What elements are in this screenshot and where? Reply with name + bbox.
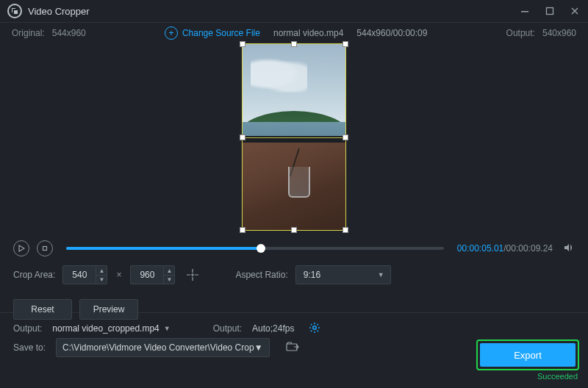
volume-button[interactable] xyxy=(563,242,575,256)
original-label: Original: xyxy=(12,28,45,38)
crop-controls: Crop Area: ▲▼ × ▲▼ Aspect Ratio: 9:16 ▼ … xyxy=(0,261,588,311)
play-button[interactable] xyxy=(13,240,29,256)
time-current: 00:00:05.01 xyxy=(457,243,503,254)
original-size: Original: 544x960 xyxy=(12,28,86,38)
center-crop-button[interactable] xyxy=(182,266,203,284)
crop-handle-tl[interactable] xyxy=(240,41,245,47)
info-bar: Original: 544x960 + Change Source File n… xyxy=(0,23,588,43)
output-settings-button[interactable] xyxy=(309,322,320,336)
maximize-button[interactable] xyxy=(544,5,556,17)
window-controls xyxy=(519,5,581,17)
crop-handle-tm[interactable] xyxy=(291,41,297,47)
crop-width-field[interactable] xyxy=(63,269,96,281)
spin-down-icon[interactable]: ▼ xyxy=(164,276,174,284)
minimize-button[interactable] xyxy=(519,5,531,17)
app-logo-icon xyxy=(7,4,22,18)
crop-handle-tr[interactable] xyxy=(343,41,348,47)
caret-down-icon: ▼ xyxy=(378,271,384,279)
svg-rect-0 xyxy=(521,11,528,12)
close-button[interactable] xyxy=(569,5,581,17)
crop-handle-bl[interactable] xyxy=(240,227,245,233)
output-file-value: normal video_cropped.mp4 xyxy=(52,323,159,334)
crop-height-spinner[interactable]: ▲▼ xyxy=(163,267,174,284)
original-dims: 544x960 xyxy=(52,28,86,38)
crop-width-spinner[interactable]: ▲▼ xyxy=(96,267,107,284)
save-to-label: Save to: xyxy=(13,342,46,353)
source-stat: 544x960/00:00:09 xyxy=(356,28,427,38)
titlebar: Video Cropper xyxy=(0,0,588,23)
aspect-ratio-label: Aspect Ratio: xyxy=(235,270,287,280)
aspect-ratio-select[interactable]: 9:16 ▼ xyxy=(295,265,391,284)
save-to-select[interactable]: C:\Vidmore\Vidmore Video Converter\Video… xyxy=(56,338,269,357)
stop-button[interactable] xyxy=(37,240,53,256)
spin-down-icon[interactable]: ▼ xyxy=(96,276,107,284)
crop-guide-line xyxy=(243,137,345,138)
crop-height-field[interactable] xyxy=(131,269,163,281)
plus-circle-icon: + xyxy=(165,26,178,40)
output-size: Output: 540x960 xyxy=(506,28,576,38)
aspect-ratio-value: 9:16 xyxy=(304,270,320,280)
output-format-value: Auto;24fps xyxy=(252,323,294,334)
spin-up-icon[interactable]: ▲ xyxy=(96,267,107,276)
crop-area-label: Crop Area: xyxy=(13,270,55,280)
crop-handle-bm[interactable] xyxy=(291,227,297,233)
time-display: 00:00:05.01/00:00:09.24 xyxy=(457,243,553,254)
crop-frame[interactable] xyxy=(242,43,346,231)
caret-down-icon: ▼ xyxy=(254,342,263,353)
seek-fill xyxy=(66,247,261,250)
crop-width-input[interactable]: ▲▼ xyxy=(62,265,107,284)
crop-height-input[interactable]: ▲▼ xyxy=(130,265,175,284)
svg-rect-1 xyxy=(547,8,553,15)
change-source-file-button[interactable]: + Change Source File xyxy=(165,26,260,40)
output-format-label: Output: xyxy=(213,323,242,334)
window-title: Video Cropper xyxy=(28,6,90,17)
output-dims: 540x960 xyxy=(542,28,576,38)
change-source-label: Change Source File xyxy=(182,28,260,38)
output-file-label: Output: xyxy=(13,323,42,334)
export-status: Succeeded xyxy=(476,372,578,381)
transport-bar: 00:00:05.01/00:00:09.24 xyxy=(0,236,588,261)
spin-up-icon[interactable]: ▲ xyxy=(164,267,174,276)
svg-point-3 xyxy=(313,326,316,328)
save-to-path: C:\Vidmore\Vidmore Video Converter\Video… xyxy=(62,342,254,353)
dimension-separator: × xyxy=(116,270,121,280)
seek-slider[interactable] xyxy=(66,247,444,250)
export-highlight: Export xyxy=(476,340,579,370)
time-total: 00:00:09.24 xyxy=(506,243,553,254)
svg-rect-2 xyxy=(43,247,47,251)
crop-handle-ml[interactable] xyxy=(240,134,245,140)
caret-down-icon: ▼ xyxy=(164,325,171,332)
source-filename: normal video.mp4 xyxy=(273,28,343,38)
export-button[interactable]: Export xyxy=(480,343,576,367)
output-file-select[interactable]: normal video_cropped.mp4 ▼ xyxy=(52,323,170,334)
export-section: Export Succeeded xyxy=(476,340,579,381)
crop-handle-br[interactable] xyxy=(343,227,348,233)
crop-handle-mr[interactable] xyxy=(343,134,348,140)
seek-thumb[interactable] xyxy=(257,244,265,253)
output-label: Output: xyxy=(506,28,535,38)
video-stage xyxy=(0,43,588,236)
open-folder-button[interactable] xyxy=(286,342,299,354)
